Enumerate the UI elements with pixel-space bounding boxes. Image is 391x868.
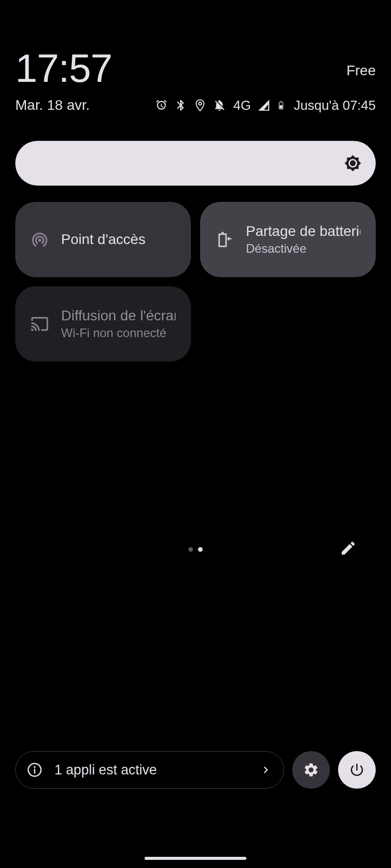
page-indicator [188, 547, 203, 552]
settings-button[interactable] [292, 751, 330, 789]
brightness-slider[interactable] [15, 141, 376, 186]
tile-subtitle: Wi-Fi non connecté [61, 326, 176, 340]
power-button[interactable] [338, 751, 376, 789]
hotspot-icon [31, 230, 49, 249]
chevron-right-icon [259, 763, 272, 776]
tile-battery-share[interactable]: Partage de batterie Désactivée [200, 202, 376, 277]
page-dot-1 [188, 547, 193, 552]
network-label: 4G [233, 98, 251, 113]
status-clock: 17:57 [15, 48, 112, 88]
dnd-icon [213, 99, 226, 112]
info-icon [27, 762, 42, 777]
status-date: Mar. 18 avr. [15, 97, 90, 113]
tile-hotspot[interactable]: Point d'accès [15, 202, 191, 277]
brightness-icon [344, 155, 361, 172]
header-row-2: Mar. 18 avr. 4G Jusqu'à 07:45 [15, 97, 376, 113]
gear-icon [303, 762, 319, 778]
location-icon [193, 99, 207, 112]
status-carrier: Free [346, 63, 376, 79]
tile-title: Point d'accès [61, 231, 146, 248]
signal-icon [257, 99, 270, 112]
tile-text: Diffusion de l'écran Wi-Fi non connecté [61, 308, 176, 340]
battery-estimate-label: Jusqu'à 07:45 [294, 98, 376, 113]
battery-share-icon [215, 230, 234, 249]
battery-icon [276, 99, 286, 112]
cast-icon [31, 315, 49, 333]
edit-tiles-button[interactable] [338, 538, 358, 558]
quick-settings-header: 17:57 Free Mar. 18 avr. 4G Jusqu'à 07:45 [0, 0, 391, 113]
active-apps-label: 1 appli est active [54, 762, 247, 778]
tile-subtitle: Désactivée [246, 242, 360, 256]
bluetooth-icon [174, 99, 187, 112]
tile-text: Partage de batterie Désactivée [246, 223, 360, 256]
tile-text: Point d'accès [61, 231, 146, 248]
svg-point-3 [34, 767, 35, 767]
tile-screencast[interactable]: Diffusion de l'écran Wi-Fi non connecté [15, 286, 191, 362]
header-row-1: 17:57 Free [15, 48, 376, 88]
status-icons-row: 4G Jusqu'à 07:45 [155, 98, 376, 113]
svg-rect-0 [280, 105, 282, 108]
page-dot-2 [198, 547, 203, 552]
tile-title: Partage de batterie [246, 223, 360, 240]
alarm-icon [155, 99, 168, 112]
tile-title: Diffusion de l'écran [61, 308, 176, 324]
bottom-action-bar: 1 appli est active [15, 751, 376, 789]
quick-settings-tiles: Point d'accès Partage de batterie Désact… [0, 202, 391, 362]
power-icon [349, 762, 365, 778]
pencil-icon [340, 540, 357, 557]
navigation-handle[interactable] [145, 857, 246, 860]
active-apps-pill[interactable]: 1 appli est active [15, 751, 284, 789]
brightness-slider-container [0, 141, 391, 186]
